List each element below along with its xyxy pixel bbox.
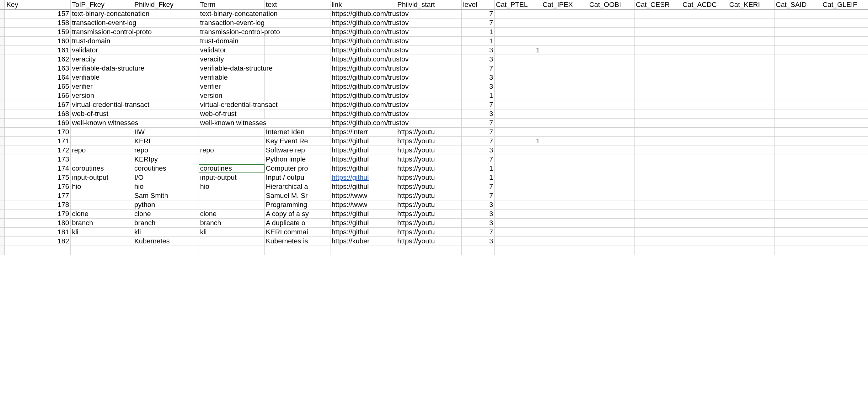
cell-Key[interactable]: 173 <box>5 155 70 164</box>
cell-Cat_PTEL[interactable]: 1 <box>495 137 541 146</box>
cell-Cat_CESR[interactable] <box>634 191 681 200</box>
cell-Philvid_Fkey[interactable]: clone <box>133 210 199 219</box>
cell-Cat_KERI[interactable] <box>728 46 774 55</box>
spreadsheet-grid[interactable]: Key ToIP_Fkey Philvid_Fkey Term text lin… <box>0 0 868 414</box>
empty-cell[interactable] <box>588 246 634 255</box>
table-row[interactable]: 157text-binary-concatenationtext-binary-… <box>0 9 868 19</box>
cell-ToIP_Fkey[interactable]: hio <box>71 182 133 191</box>
cell-text[interactable]: Programming <box>265 200 330 210</box>
cell-Term[interactable]: trust-domain <box>199 37 264 46</box>
cell-ToIP_Fkey[interactable] <box>71 128 133 137</box>
cell-Cat_PTEL[interactable] <box>495 82 541 91</box>
cell-Term[interactable]: transmission-control-proto <box>199 28 264 37</box>
cell-Key[interactable]: 157 <box>5 9 70 19</box>
cell-Cat_IPEX[interactable] <box>541 210 588 219</box>
table-row[interactable]: 163verifiable-data-structureverifiable-d… <box>0 64 868 73</box>
row-number-gutter[interactable] <box>0 246 5 255</box>
cell-Philvid_Fkey[interactable]: kli <box>133 228 199 237</box>
cell-Key[interactable]: 176 <box>5 182 70 191</box>
cell-level[interactable]: 7 <box>462 182 495 191</box>
table-row[interactable]: 158transaction-event-logtransaction-even… <box>0 19 868 28</box>
cell-link[interactable]: https://github.com/trustov <box>330 55 396 64</box>
cell-Cat_OOBI[interactable] <box>588 182 634 191</box>
cell-level[interactable]: 7 <box>462 19 495 28</box>
cell-ToIP_Fkey[interactable] <box>71 137 133 146</box>
cell-Philvid_Fkey[interactable]: python <box>133 200 199 210</box>
cell-Cat_OOBI[interactable] <box>588 200 634 210</box>
cell-Key[interactable]: 167 <box>5 100 70 109</box>
cell-Cat_ACDC[interactable] <box>681 137 728 146</box>
empty-cell[interactable] <box>133 246 199 255</box>
row-number-gutter[interactable] <box>0 128 5 137</box>
cell-Cat_IPEX[interactable] <box>541 91 588 100</box>
cell-Key[interactable]: 161 <box>5 46 70 55</box>
cell-link[interactable]: https://github.com/trustov <box>330 73 396 82</box>
cell-link[interactable]: https://github.com/trustov <box>330 19 396 28</box>
cell-Philvid_Fkey[interactable]: Sam Smith <box>133 191 199 200</box>
cell-Cat_GLEIF[interactable] <box>821 19 868 28</box>
cell-level[interactable]: 3 <box>462 73 495 82</box>
cell-Cat_OOBI[interactable] <box>588 19 634 28</box>
cell-Cat_IPEX[interactable] <box>541 173 588 182</box>
cell-Key[interactable]: 181 <box>5 228 70 237</box>
cell-Cat_PTEL[interactable] <box>495 200 541 210</box>
table-row[interactable] <box>0 246 868 255</box>
table-body[interactable]: 157text-binary-concatenationtext-binary-… <box>0 9 868 255</box>
cell-Cat_KERI[interactable] <box>728 137 774 146</box>
cell-text[interactable]: KERI commai <box>265 228 330 237</box>
cell-Philvid_start[interactable]: https://youtu <box>396 210 461 219</box>
col-header-cat-ipex[interactable]: Cat_IPEX <box>541 0 588 9</box>
cell-Cat_GLEIF[interactable] <box>821 73 868 82</box>
cell-Cat_ACDC[interactable] <box>681 173 728 182</box>
cell-Cat_IPEX[interactable] <box>541 164 588 173</box>
cell-Cat_PTEL[interactable]: 1 <box>495 46 541 55</box>
cell-Philvid_start[interactable]: https://youtu <box>396 164 461 173</box>
cell-Philvid_Fkey[interactable]: KERI <box>133 137 199 146</box>
cell-Cat_GLEIF[interactable] <box>821 9 868 19</box>
cell-link[interactable]: https://kuber <box>330 237 396 246</box>
cell-text[interactable] <box>265 119 330 128</box>
cell-Key[interactable]: 166 <box>5 91 70 100</box>
col-header-key[interactable]: Key <box>5 0 70 9</box>
cell-Cat_GLEIF[interactable] <box>821 228 868 237</box>
cell-Cat_ACDC[interactable] <box>681 19 728 28</box>
cell-link[interactable]: https://githul <box>330 182 396 191</box>
empty-cell[interactable] <box>495 246 541 255</box>
cell-Cat_ACDC[interactable] <box>681 109 728 119</box>
cell-Cat_ACDC[interactable] <box>681 82 728 91</box>
cell-ToIP_Fkey[interactable]: virtual-credential-transact <box>71 100 133 109</box>
cell-Cat_CESR[interactable] <box>634 73 681 82</box>
row-number-gutter[interactable] <box>0 237 5 246</box>
cell-text[interactable] <box>265 82 330 91</box>
cell-Cat_KERI[interactable] <box>728 191 774 200</box>
cell-Term[interactable] <box>199 200 264 210</box>
row-number-gutter[interactable] <box>0 200 5 210</box>
cell-Cat_ACDC[interactable] <box>681 100 728 109</box>
col-header-cat-keri[interactable]: Cat_KERI <box>728 0 774 9</box>
cell-Cat_IPEX[interactable] <box>541 109 588 119</box>
cell-Cat_CESR[interactable] <box>634 173 681 182</box>
cell-link[interactable]: https://github.com/trustov <box>330 28 396 37</box>
cell-Cat_IPEX[interactable] <box>541 219 588 228</box>
cell-Cat_ACDC[interactable] <box>681 182 728 191</box>
cell-Term[interactable] <box>199 237 264 246</box>
cell-Cat_SAID[interactable] <box>774 28 821 37</box>
cell-Cat_GLEIF[interactable] <box>821 182 868 191</box>
cell-Cat_IPEX[interactable] <box>541 155 588 164</box>
cell-Cat_KERI[interactable] <box>728 164 774 173</box>
cell-Cat_PTEL[interactable] <box>495 109 541 119</box>
cell-Term[interactable] <box>199 191 264 200</box>
cell-Key[interactable]: 168 <box>5 109 70 119</box>
cell-Cat_ACDC[interactable] <box>681 164 728 173</box>
cell-Cat_CESR[interactable] <box>634 210 681 219</box>
cell-Term[interactable]: validator <box>199 46 264 55</box>
cell-Cat_OOBI[interactable] <box>588 219 634 228</box>
cell-Cat_IPEX[interactable] <box>541 182 588 191</box>
cell-Cat_SAID[interactable] <box>774 9 821 19</box>
cell-Cat_CESR[interactable] <box>634 119 681 128</box>
cell-ToIP_Fkey[interactable] <box>71 237 133 246</box>
cell-Philvid_Fkey[interactable] <box>133 37 199 46</box>
cell-Cat_PTEL[interactable] <box>495 146 541 155</box>
cell-Cat_GLEIF[interactable] <box>821 146 868 155</box>
row-number-gutter[interactable] <box>0 219 5 228</box>
